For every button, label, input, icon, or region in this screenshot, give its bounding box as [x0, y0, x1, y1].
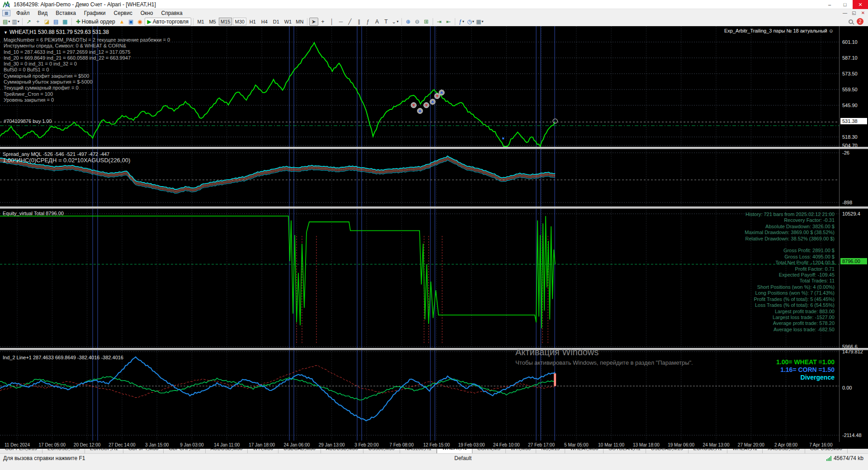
- terminal-button[interactable]: ▤: [52, 18, 61, 26]
- price-axis[interactable]: 601.10587.10573.50559.50545.90518.30504.…: [839, 26, 868, 442]
- search-icon[interactable]: [849, 19, 853, 24]
- shapes-button[interactable]: ⌄▾: [391, 18, 400, 26]
- cursor-button[interactable]: ➤: [309, 18, 318, 26]
- notifications-badge[interactable]: 2: [857, 18, 863, 25]
- timeframe-H1[interactable]: H1: [247, 18, 258, 25]
- pane-splitter[interactable]: [0, 207, 868, 209]
- stat-line: Profit Trades (% of total): 5 (45.45%): [745, 296, 835, 302]
- data-window-button[interactable]: +: [33, 18, 42, 26]
- time-axis-label: 9 Jan 03:00: [180, 442, 203, 447]
- divergence-legend: 1.00= WHEAT =1.001.16= CORN =1.50Diverge…: [776, 358, 835, 381]
- market-watch-icon: ↗: [27, 19, 31, 25]
- equidistant-channel-button[interactable]: ∥: [354, 18, 363, 26]
- horizontal-line-button[interactable]: ─: [336, 18, 345, 26]
- text-button[interactable]: A: [373, 18, 382, 26]
- menu-сервис[interactable]: Сервис: [110, 9, 137, 17]
- indicators-icon: ƒ: [459, 19, 462, 25]
- templates-button[interactable]: ▦▾: [475, 18, 484, 26]
- timeframe-H4[interactable]: H4: [259, 18, 270, 25]
- navigator-button[interactable]: ◪: [42, 18, 52, 26]
- ea-smiley-icon: ☺: [829, 28, 834, 33]
- metaeditor-button[interactable]: ▲: [118, 18, 127, 26]
- menu-окно[interactable]: Окно: [137, 9, 157, 17]
- fibonacci-button[interactable]: ƒ: [363, 18, 373, 26]
- menu-графики[interactable]: Графики: [80, 9, 110, 17]
- price-axis-label: 545.90: [842, 103, 858, 108]
- crosshair-button[interactable]: +: [318, 18, 327, 26]
- zoom-out-icon: ⊖: [415, 19, 420, 25]
- new-order-button[interactable]: ✚Новый ордер: [74, 18, 118, 26]
- minimize-button[interactable]: –: [822, 0, 837, 9]
- title-bar: 16364298: Alpari-Demo - Демо Счет - Alpa…: [0, 0, 868, 9]
- stat-line: Average loss trade: -682.50: [745, 327, 835, 333]
- maximize-button[interactable]: □: [837, 0, 853, 9]
- navigator-icon: ◪: [44, 19, 49, 25]
- chart-shift-button[interactable]: ⇤: [444, 18, 453, 26]
- zoom-out-button[interactable]: ⊖: [413, 18, 422, 26]
- stat-line: Total Net Profit: -1204.00 $: [745, 260, 835, 266]
- auto-scroll-button[interactable]: ⇥: [435, 18, 444, 26]
- zoom-in-button[interactable]: ⊕: [404, 18, 413, 26]
- equity-indicator-pane[interactable]: Equity_virtual Total 8796.00 History: 72…: [0, 209, 839, 348]
- mdi-minimize-button[interactable]: —: [842, 9, 848, 17]
- pane-splitter[interactable]: [0, 348, 868, 350]
- menu-вставка[interactable]: Вставка: [52, 9, 80, 17]
- toolbar-separator: [307, 18, 307, 25]
- tile-windows-button[interactable]: ⊞: [422, 18, 431, 26]
- timeframe-W1[interactable]: W1: [283, 18, 293, 25]
- ea-info-line: BufS0 = 0 BufS1 = 0: [4, 67, 170, 73]
- timeframe-D1[interactable]: D1: [271, 18, 282, 25]
- equity-axis-label: 10529.4: [842, 211, 860, 216]
- mdi-restore-button[interactable]: ◱: [851, 9, 857, 17]
- ea-info-line: Ind_10 = 287.4633 ind_11 = 297.2659 ind_…: [4, 49, 170, 55]
- trendline-button[interactable]: ╱: [345, 18, 354, 26]
- status-traffic: 45674/74 kb: [826, 455, 863, 461]
- mdi-close-button[interactable]: ✕: [860, 9, 866, 17]
- strategy-tester-button[interactable]: ▦: [61, 18, 70, 26]
- time-axis-label: 3 Jan 15:00: [145, 442, 169, 447]
- indicators-button[interactable]: ƒ▾: [457, 18, 466, 26]
- new-chart-button[interactable]: ▤▾: [2, 18, 11, 26]
- divergence-indicator-pane[interactable]: Ind_2 Line+1 287.4633 669.8649 -382.4016…: [0, 350, 839, 441]
- chevron-down-icon: ▾: [8, 19, 10, 24]
- stat-line: Long Positions (won %): 7 (71.43%): [745, 290, 835, 296]
- timeframe-М1[interactable]: М1: [195, 18, 206, 25]
- timeframe-M30[interactable]: M30: [233, 18, 246, 25]
- time-axis-label: 11 Dec 2024: [5, 442, 30, 447]
- data-window-icon: +: [36, 19, 39, 25]
- menu-вид[interactable]: Вид: [34, 9, 52, 17]
- tile-windows-icon: ⊞: [424, 19, 429, 25]
- time-axis[interactable]: 11 Dec 202417 Dec 05:0020 Dec 12:0027 De…: [0, 442, 868, 449]
- strategy-tester-icon: ▦: [62, 19, 67, 25]
- timeframe-MN[interactable]: MN: [294, 18, 305, 25]
- timeframe-M15[interactable]: M15: [219, 18, 232, 25]
- menu-справка[interactable]: Справка: [157, 9, 187, 17]
- autotrade-button[interactable]: ▶Авто-торговля: [145, 18, 191, 26]
- spread-indicator-pane[interactable]: Spread_any MQL -526 -546 -521 -497 -472 …: [0, 149, 839, 207]
- status-profile[interactable]: Default: [454, 455, 472, 461]
- windows-activation-watermark: Активация Windows: [515, 347, 599, 357]
- market-icon: ▣: [128, 19, 133, 25]
- menu-файл[interactable]: Файл: [12, 9, 34, 17]
- pane-splitter[interactable]: [0, 147, 868, 149]
- text-icon: A: [375, 19, 379, 25]
- market-watch-button[interactable]: ↗: [24, 18, 33, 26]
- profiles-button[interactable]: ▥▾: [11, 18, 20, 26]
- chart-system-menu-icon[interactable]: ▦: [2, 10, 10, 16]
- status-bar: Для вызова справки нажмите F1 Default 45…: [0, 453, 868, 463]
- close-button[interactable]: ✕: [853, 0, 868, 9]
- one-click-trading-arrow-icon[interactable]: ▼: [4, 30, 8, 35]
- spread-axis-label: -26: [842, 150, 849, 155]
- timeframe-М5[interactable]: М5: [207, 18, 218, 25]
- text-label-button[interactable]: T: [382, 18, 391, 26]
- stat-line: Maximal Drawdown: 3869.00 $ (38.52%): [745, 230, 835, 235]
- price-axis-label: 573.50: [842, 71, 858, 76]
- status-help-text: Для вызова справки нажмите F1: [3, 455, 85, 461]
- time-axis-label: 24 Feb 10:00: [493, 442, 520, 447]
- market-button[interactable]: ▣: [127, 18, 136, 26]
- stat-line: Largest loss trade: -1527.00: [745, 315, 835, 320]
- vertical-line-button[interactable]: │: [327, 18, 336, 26]
- periods-button[interactable]: ◷▾: [466, 18, 475, 26]
- signals-button[interactable]: ◉: [136, 18, 145, 26]
- main-price-pane[interactable]: ▼WHEAT,H1 530.88 531.79 529.63 531.38 Ma…: [0, 26, 839, 147]
